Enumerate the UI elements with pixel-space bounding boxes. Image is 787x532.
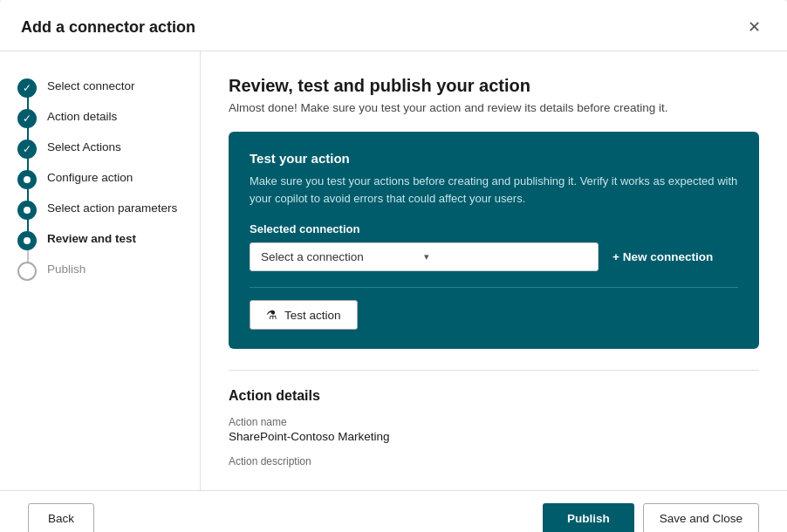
sidebar: ✓ Select connector ✓ Action details ✓ Se… — [0, 51, 201, 490]
connection-row: Select a connection ▾ + New connection — [250, 242, 738, 271]
step-label-review-and-test: Review and test — [47, 230, 136, 245]
step-label-select-connector: Select connector — [47, 78, 135, 92]
action-description-label: Action description — [229, 455, 759, 467]
step-icon-select-actions: ✓ — [17, 140, 37, 159]
close-icon: ✕ — [748, 18, 761, 36]
back-button[interactable]: Back — [28, 503, 94, 532]
sidebar-item-review-and-test[interactable]: Review and test — [0, 225, 200, 256]
new-connection-button[interactable]: + New connection — [612, 250, 713, 263]
dot-icon-3 — [24, 237, 31, 244]
step-icon-publish — [17, 262, 37, 281]
step-icon-action-details: ✓ — [17, 109, 37, 128]
connection-select-dropdown[interactable]: Select a connection ▾ — [250, 242, 599, 271]
action-details-title: Action details — [229, 388, 759, 404]
checkmark-icon-2: ✓ — [23, 113, 31, 125]
test-card-title: Test your action — [250, 151, 738, 166]
step-label-publish: Publish — [47, 261, 86, 276]
publish-button[interactable]: Publish — [543, 503, 634, 532]
close-button[interactable]: ✕ — [743, 16, 766, 38]
test-card-description: Make sure you test your actions before c… — [250, 173, 738, 207]
sidebar-item-publish[interactable]: Publish — [0, 256, 200, 286]
action-description-field: Action description — [229, 455, 759, 467]
dialog-body: ✓ Select connector ✓ Action details ✓ Se… — [0, 51, 787, 490]
page-title: Review, test and publish your action — [229, 76, 759, 96]
footer-right: Publish Save and Close — [543, 503, 759, 532]
dot-icon-2 — [24, 207, 31, 214]
action-name-field: Action name SharePoint-Contoso Marketing — [229, 416, 759, 443]
dialog-title: Add a connector action — [21, 18, 195, 37]
dialog-footer: Back Publish Save and Close — [0, 490, 787, 532]
test-action-card: Test your action Make sure you test your… — [229, 132, 759, 349]
sidebar-item-select-actions[interactable]: ✓ Select Actions — [0, 133, 200, 164]
step-label-configure-action: Configure action — [47, 169, 133, 184]
beaker-icon: ⚗ — [266, 308, 277, 322]
action-details-section: Action details Action name SharePoint-Co… — [229, 370, 759, 480]
checkmark-icon: ✓ — [23, 82, 31, 94]
action-name-label: Action name — [229, 416, 759, 428]
divider — [250, 287, 738, 288]
sidebar-item-configure-action[interactable]: Configure action — [0, 164, 200, 194]
footer-left: Back — [28, 503, 94, 532]
action-name-value: SharePoint-Contoso Marketing — [229, 430, 759, 443]
step-icon-select-connector: ✓ — [17, 78, 37, 98]
step-icon-review-and-test — [17, 231, 37, 250]
step-icon-configure-action — [17, 170, 37, 189]
new-connection-label: + New connection — [612, 250, 713, 263]
connection-label: Selected connection — [250, 222, 738, 235]
save-close-button[interactable]: Save and Close — [643, 503, 759, 532]
dialog-header: Add a connector action ✕ — [0, 0, 787, 51]
step-icon-select-action-parameters — [17, 201, 37, 220]
test-action-button[interactable]: ⚗ Test action — [250, 300, 358, 330]
dot-icon — [24, 176, 31, 183]
step-label-select-action-parameters: Select action parameters — [47, 200, 177, 215]
step-label-select-actions: Select Actions — [47, 139, 121, 153]
checkmark-icon-3: ✓ — [23, 143, 31, 155]
test-action-label: Test action — [284, 309, 341, 322]
connection-select-value: Select a connection — [261, 250, 424, 263]
dialog: Add a connector action ✕ ✓ Select connec… — [0, 0, 787, 532]
chevron-down-icon: ▾ — [424, 251, 587, 263]
page-subtitle: Almost done! Make sure you test your act… — [229, 101, 759, 114]
sidebar-item-action-details[interactable]: ✓ Action details — [0, 103, 200, 133]
sidebar-item-select-action-parameters[interactable]: Select action parameters — [0, 194, 200, 225]
main-content: Review, test and publish your action Alm… — [201, 51, 787, 490]
step-label-action-details: Action details — [47, 108, 117, 123]
sidebar-item-select-connector[interactable]: ✓ Select connector — [0, 72, 200, 103]
